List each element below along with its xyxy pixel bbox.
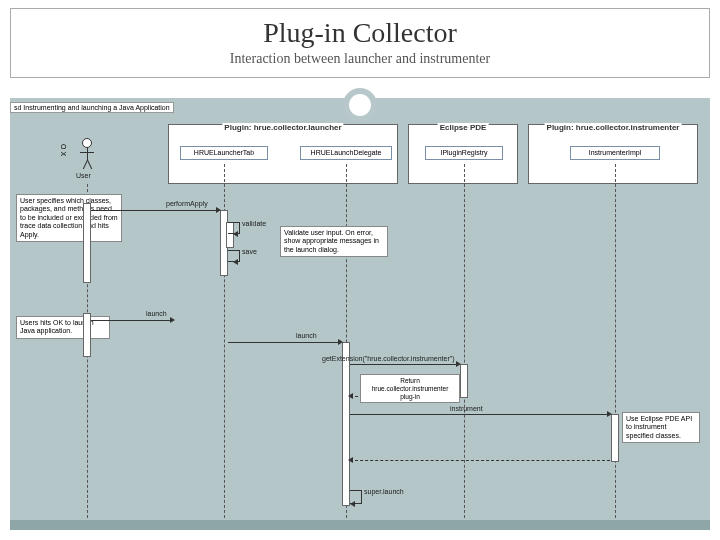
actor-label: User [76, 172, 91, 179]
label-launch-user: launch [146, 310, 167, 317]
lifeline-instrimpl: InstrumenterImpl [570, 146, 660, 160]
lifeline-delegate: HRUELaunchDelegate [300, 146, 392, 160]
label-validate: validate [242, 220, 266, 227]
sequence-diagram: sd Instrumenting and launching a Java Ap… [10, 98, 710, 530]
act-user-2 [83, 313, 91, 357]
label-instrument: instrument [450, 405, 483, 412]
note-spec: User specifies which classes, packages, … [16, 194, 122, 242]
arrow-launch-user [91, 320, 173, 321]
actor-body-icon [87, 148, 88, 160]
arrow-launch [228, 342, 341, 343]
arrowhead-superlaunch [350, 501, 355, 507]
arrowhead-getext [456, 361, 461, 367]
pkg-pde-label: Eclipse PDE [438, 123, 489, 132]
act-instr [611, 414, 619, 462]
actor-arms-icon [80, 152, 94, 153]
slide-frame: Plug-in Collector Interaction between la… [10, 8, 710, 78]
label-launch: launch [296, 332, 317, 339]
arrow-getext [350, 364, 459, 365]
arrowhead-validate [233, 231, 238, 237]
sd-caption: sd Instrumenting and launching a Java Ap… [10, 102, 174, 113]
act-user-1 [83, 203, 91, 283]
pkg-launcher-label: Plugin: hrue.collector.launcher [222, 123, 343, 132]
arrowhead-save [233, 259, 238, 265]
label-return: Return hrue.collector.instrumenter plug-… [360, 374, 460, 403]
bottom-bar [10, 520, 710, 530]
arrow-performapply [91, 210, 219, 211]
slide-title: Plug-in Collector [11, 9, 709, 49]
slide-subtitle: Interaction between launcher and instrum… [11, 51, 709, 67]
lifeline-instr-line [615, 164, 616, 528]
arrow-instr-return [350, 460, 610, 461]
label-save: save [242, 248, 257, 255]
lifeline-tab: HRUELauncherTab [180, 146, 268, 160]
actor-leg-r-icon [87, 160, 92, 169]
label-superlaunch: super.launch [364, 488, 404, 495]
ring-decoration [343, 88, 377, 122]
arrowhead-instrument [607, 411, 612, 417]
arrowhead-performapply [216, 207, 221, 213]
pkg-instrumenter-label: Plugin: hrue.collector.instrumenter [545, 123, 682, 132]
arrowhead-return [348, 393, 353, 399]
act-delegate [342, 342, 350, 506]
note-usepde: Use Eclipse PDE API to instrument specif… [622, 412, 700, 443]
lifeline-registry-line [464, 164, 465, 528]
actor-head-icon [82, 138, 92, 148]
arrowhead-launch-user [170, 317, 175, 323]
actor-artifact: O X [60, 144, 67, 156]
act-registry [460, 364, 468, 398]
arrowhead-launch [338, 339, 343, 345]
lifeline-registry: IPluginRegistry [425, 146, 503, 160]
label-performapply: performApply [166, 200, 208, 207]
arrow-instrument [350, 414, 610, 415]
label-getext: getExtension("hrue.collector.instrumente… [322, 355, 455, 362]
arrowhead-instr-return [348, 457, 353, 463]
note-validate: Validate user input. On error, show appr… [280, 226, 388, 257]
